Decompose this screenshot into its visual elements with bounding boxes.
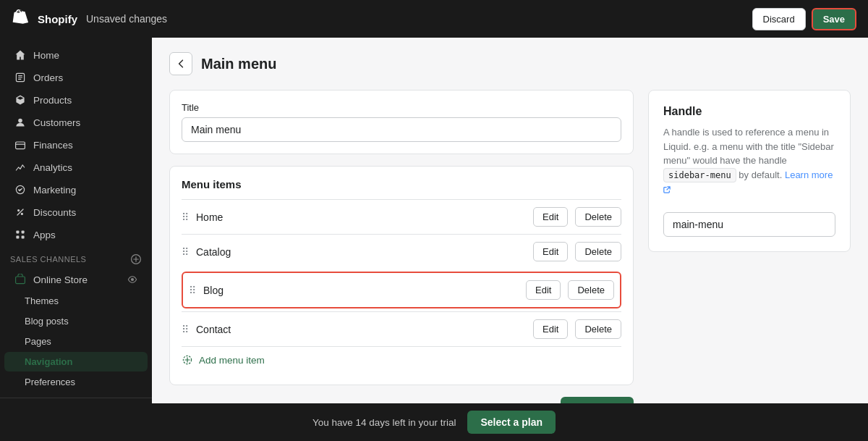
add-menu-item-icon <box>182 354 193 366</box>
themes-label: Themes <box>25 295 59 306</box>
sidebar-item-orders[interactable]: Orders <box>4 67 148 88</box>
sidebar-item-customers-label: Customers <box>33 117 80 128</box>
sidebar-item-online-store[interactable]: Online Store <box>4 269 148 290</box>
delete-contact-button[interactable]: Delete <box>575 319 621 339</box>
marketing-icon <box>14 184 26 196</box>
add-menu-item-button[interactable]: Add menu item <box>182 346 621 373</box>
drag-handle-contact[interactable]: ⠿ <box>182 324 189 335</box>
learn-more-link[interactable]: Learn more <box>785 169 833 180</box>
analytics-icon <box>14 161 26 173</box>
menu-item-catalog-row: ⠿ Catalog Edit Delete <box>182 234 621 269</box>
sidebar-item-home-label: Home <box>33 50 59 61</box>
sidebar-item-navigation[interactable]: Navigation <box>4 352 148 371</box>
external-link-icon <box>663 186 671 193</box>
sidebar-item-analytics-label: Analytics <box>33 162 72 173</box>
sidebar-item-blog-posts[interactable]: Blog posts <box>4 311 148 331</box>
menu-items-title: Menu items <box>182 178 621 190</box>
top-nav-actions: Discard Save <box>752 8 856 30</box>
edit-catalog-button[interactable]: Edit <box>533 242 568 261</box>
add-sales-channel-icon[interactable] <box>130 253 142 265</box>
sidebar-item-discounts[interactable]: Discounts <box>4 201 148 223</box>
svg-rect-9 <box>22 236 25 239</box>
sidebar-item-orders-label: Orders <box>33 72 63 83</box>
sidebar-item-pages[interactable]: Pages <box>4 332 148 351</box>
menu-item-contact-row: ⠿ Contact Edit Delete <box>182 311 621 346</box>
main-content: Main menu Title Menu items ⠿ Home Edit <box>152 38 868 403</box>
menu-item-blog-name: Blog <box>203 285 519 296</box>
shopify-logo: Shopify <box>12 9 77 29</box>
trial-text: You have 14 days left in your trial <box>312 417 456 428</box>
sidebar-item-apps-label: Apps <box>33 230 56 240</box>
svg-point-4 <box>17 209 20 211</box>
sidebar: Home Orders Products Customers Finances … <box>0 38 152 403</box>
edit-blog-button[interactable]: Edit <box>526 280 561 300</box>
menu-item-home-name: Home <box>196 211 526 223</box>
handle-title: Handle <box>663 105 835 118</box>
shopify-brand-name: Shopify <box>38 13 77 25</box>
back-button[interactable] <box>169 52 192 75</box>
handle-description: A handle is used to reference a menu in … <box>663 125 835 196</box>
sidebar-item-home[interactable]: Home <box>4 44 148 66</box>
sidebar-item-marketing[interactable]: Marketing <box>4 179 148 201</box>
orders-icon <box>14 72 26 83</box>
products-icon <box>14 94 26 106</box>
shopify-logo-icon <box>12 9 32 29</box>
discard-button[interactable]: Discard <box>752 8 806 30</box>
drag-handle-home[interactable]: ⠿ <box>182 211 189 223</box>
svg-rect-8 <box>16 236 19 239</box>
handle-card: Handle A handle is used to reference a m… <box>648 90 851 252</box>
edit-contact-button[interactable]: Edit <box>533 319 568 339</box>
sidebar-item-finances-label: Finances <box>33 140 73 151</box>
sidebar-item-products[interactable]: Products <box>4 89 148 111</box>
add-menu-item-label: Add menu item <box>199 355 265 366</box>
right-column: Handle A handle is used to reference a m… <box>648 90 851 403</box>
left-column: Title Menu items ⠿ Home Edit Delete <box>169 90 634 403</box>
save-menu-button[interactable]: Save menu <box>561 397 634 403</box>
apps-icon <box>14 229 26 240</box>
sidebar-item-finances[interactable]: Finances <box>4 134 148 156</box>
select-plan-button[interactable]: Select a plan <box>467 411 556 434</box>
home-icon <box>14 49 26 61</box>
svg-point-5 <box>21 213 23 215</box>
sidebar-item-apps[interactable]: Apps <box>4 224 148 245</box>
svg-point-12 <box>131 278 134 281</box>
menu-items-card: Menu items ⠿ Home Edit Delete ⠿ Catalog … <box>169 166 634 385</box>
sidebar-item-marketing-label: Marketing <box>33 185 76 196</box>
menu-item-contact-name: Contact <box>196 324 526 335</box>
menu-item-blog-row: ⠿ Blog Edit Delete <box>182 272 621 308</box>
eye-icon <box>127 274 137 285</box>
sidebar-item-products-label: Products <box>33 95 72 106</box>
menu-item-home-row: ⠿ Home Edit Delete <box>182 199 621 234</box>
online-store-icon <box>14 274 26 285</box>
blog-posts-label: Blog posts <box>25 316 69 327</box>
sidebar-item-customers[interactable]: Customers <box>4 112 148 133</box>
pages-label: Pages <box>25 336 51 347</box>
drag-handle-blog[interactable]: ⠿ <box>189 285 196 296</box>
handle-input[interactable] <box>663 212 835 237</box>
delete-home-button[interactable]: Delete <box>575 207 621 227</box>
delete-catalog-button[interactable]: Delete <box>575 242 621 261</box>
svg-rect-7 <box>22 230 25 233</box>
save-button[interactable]: Save <box>812 8 856 30</box>
preferences-label: Preferences <box>25 377 75 387</box>
navigation-label: Navigation <box>25 356 72 367</box>
unsaved-changes-label: Unsaved changes <box>86 13 167 25</box>
sidebar-item-discounts-label: Discounts <box>33 207 76 218</box>
sidebar-item-preferences[interactable]: Preferences <box>4 372 148 392</box>
sidebar-item-themes[interactable]: Themes <box>4 291 148 311</box>
bottom-bar: You have 14 days left in your trial Sele… <box>0 403 868 441</box>
sales-channels-section: Sales channels <box>0 246 152 268</box>
handle-code-example: sidebar-menu <box>663 168 736 182</box>
customers-icon <box>14 117 26 128</box>
discounts-icon <box>14 206 26 218</box>
title-field-label: Title <box>182 102 621 113</box>
drag-handle-catalog[interactable]: ⠿ <box>182 246 189 258</box>
delete-blog-button[interactable]: Delete <box>568 280 614 300</box>
title-input[interactable] <box>182 117 621 142</box>
sidebar-item-analytics[interactable]: Analytics <box>4 156 148 178</box>
page-title: Main menu <box>201 56 276 72</box>
edit-home-button[interactable]: Edit <box>533 207 568 227</box>
page-header: Main menu <box>169 52 851 75</box>
menu-item-catalog-name: Catalog <box>196 246 526 258</box>
finances-icon <box>14 139 26 151</box>
